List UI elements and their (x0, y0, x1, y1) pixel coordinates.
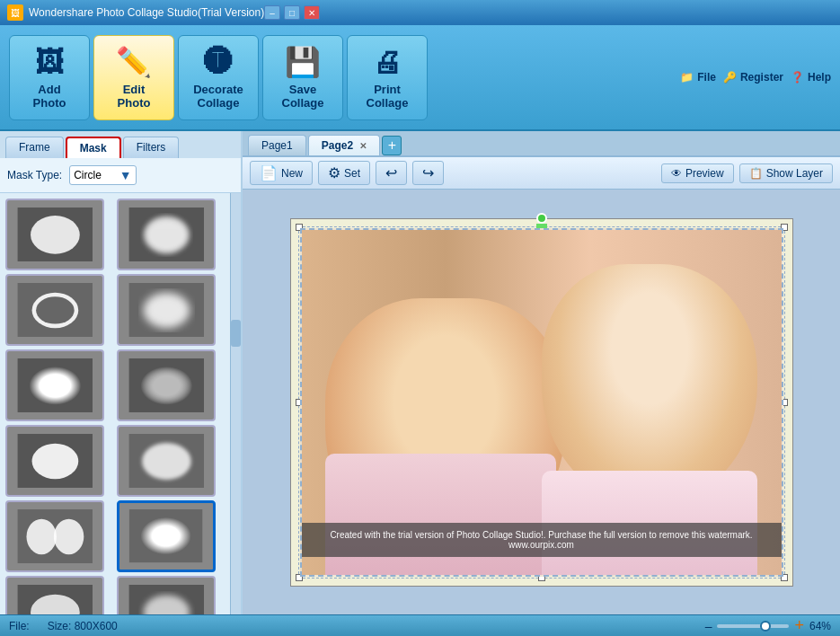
mask-item-4[interactable] (117, 274, 216, 346)
toolbar-right: 📁 File 🔑 Register ❓ Help (680, 71, 831, 84)
undo-button[interactable]: ↩ (376, 161, 407, 185)
preview-icon: 👁 (671, 167, 682, 180)
decorate-collage-button[interactable]: 🅣 DecorateCollage (178, 35, 259, 120)
mask-type-label: Mask Type: (7, 169, 62, 181)
page-tab-1[interactable]: Page1 (248, 135, 306, 155)
undo-icon: ↩ (385, 164, 397, 181)
save-collage-label: SaveCollage (282, 83, 324, 110)
zoom-control: – + 64% (705, 616, 831, 635)
right-panel: Page1 Page2 ✕ + 📄 New ⚙ Set ↩ ↪ (243, 131, 840, 614)
svg-point-17 (142, 442, 191, 479)
svg-point-13 (140, 367, 192, 405)
svg-point-9 (143, 292, 190, 328)
preview-button[interactable]: 👁 Preview (661, 163, 734, 183)
app-title: Wondershare Photo Collage Studio(Trial V… (29, 6, 264, 19)
mask-item-9[interactable] (5, 500, 104, 572)
svg-point-19 (26, 518, 56, 554)
edit-photo-label: EditPhoto (118, 83, 151, 110)
left-panel: Frame Mask Filters Mask Type: Circle ▼ (0, 131, 243, 614)
close-button[interactable]: ✕ (304, 5, 320, 20)
new-icon: 📄 (260, 164, 278, 181)
svg-point-20 (53, 518, 83, 554)
redo-icon: ↪ (422, 164, 434, 181)
tab-filters[interactable]: Filters (123, 137, 180, 158)
statusbar: File: Size: 800X600 – + 64% (0, 614, 840, 636)
redo-button[interactable]: ↪ (412, 161, 444, 185)
mask-item-11[interactable] (5, 576, 104, 614)
minimize-button[interactable]: – (264, 5, 280, 20)
svg-point-11 (29, 367, 81, 405)
file-link[interactable]: 📁 File (680, 71, 716, 84)
mask-item-1[interactable] (5, 199, 104, 270)
mask-item-8[interactable] (117, 425, 216, 497)
file-icon: 📁 (680, 71, 694, 84)
mask-item-10[interactable] (117, 500, 216, 572)
photo-container[interactable]: Created with the trial version of Photo … (300, 228, 783, 577)
svg-point-22 (141, 517, 191, 554)
tab-frame[interactable]: Frame (5, 137, 64, 158)
mask-grid-wrap (0, 193, 230, 614)
mask-item-7[interactable] (5, 425, 104, 497)
help-icon: ❓ (791, 71, 804, 84)
set-icon: ⚙ (328, 164, 340, 181)
file-status: File: (9, 620, 30, 632)
app-icon: 🖼 (7, 4, 23, 21)
add-photo-icon: 🖼 (35, 46, 64, 79)
watermark-text: Created with the trial version of Photo … (302, 523, 782, 557)
set-label: Set (344, 167, 360, 180)
vertical-scrollbar[interactable] (230, 193, 241, 614)
register-link[interactable]: 🔑 Register (723, 71, 783, 84)
add-page-button[interactable]: + (382, 136, 402, 155)
preview-label: Preview (685, 167, 724, 180)
save-collage-button[interactable]: 💾 SaveCollage (262, 35, 343, 120)
mask-item-3[interactable] (5, 274, 104, 346)
svg-point-15 (31, 443, 78, 479)
page-tab-close-icon[interactable]: ✕ (359, 141, 367, 151)
titlebar-controls: – □ ✕ (264, 5, 320, 20)
register-icon: 🔑 (723, 71, 737, 84)
set-tool-button[interactable]: ⚙ Set (318, 161, 370, 185)
mask-item-6[interactable] (117, 349, 216, 421)
canvas-toolbar: 📄 New ⚙ Set ↩ ↪ 👁 Preview 📋 Show Layer (243, 157, 840, 190)
page-tab-2[interactable]: Page2 ✕ (308, 135, 381, 155)
main-area: Frame Mask Filters Mask Type: Circle ▼ (0, 131, 840, 614)
left-inner (0, 193, 241, 614)
mask-type-value: Circle (74, 169, 102, 181)
print-collage-label: PrintCollage (367, 83, 409, 110)
canvas-area[interactable]: ✛ Created with the trial version o (243, 190, 840, 614)
add-photo-button[interactable]: 🖼 AddPhoto (9, 35, 90, 120)
svg-point-7 (36, 296, 75, 323)
decorate-collage-icon: 🅣 (204, 46, 233, 79)
page-tabs: Page1 Page2 ✕ + (243, 131, 840, 157)
mask-grid (0, 193, 230, 614)
edit-photo-icon: ✏️ (116, 45, 152, 79)
dropdown-arrow-icon: ▼ (119, 168, 132, 182)
tab-mask[interactable]: Mask (66, 137, 121, 158)
save-collage-icon: 💾 (285, 45, 321, 79)
mask-item-12[interactable] (117, 576, 216, 614)
new-tool-button[interactable]: 📄 New (250, 161, 313, 185)
add-photo-label: AddPhoto (33, 83, 66, 110)
print-collage-icon: 🖨 (373, 46, 402, 79)
rotate-handle[interactable] (536, 213, 547, 224)
canvas-inner: ✛ Created with the trial version o (290, 218, 793, 587)
mask-type-dropdown[interactable]: Circle ▼ (69, 165, 137, 185)
zoom-thumb[interactable] (760, 621, 771, 632)
titlebar: 🖼 Wondershare Photo Collage Studio(Trial… (0, 0, 840, 25)
zoom-minus-button[interactable]: – (705, 619, 712, 633)
show-layer-button[interactable]: 📋 Show Layer (739, 163, 833, 183)
size-status: Size: 800X600 (48, 620, 118, 632)
maximize-button[interactable]: □ (284, 5, 300, 20)
help-link[interactable]: ❓ Help (791, 71, 831, 84)
svg-point-4 (145, 216, 189, 252)
svg-point-1 (31, 216, 80, 254)
show-layer-icon: 📋 (749, 167, 763, 180)
zoom-plus-button[interactable]: + (794, 616, 804, 635)
mask-item-5[interactable] (5, 349, 104, 421)
print-collage-button[interactable]: 🖨 PrintCollage (347, 35, 428, 120)
new-label: New (281, 167, 303, 180)
edit-photo-button[interactable]: ✏️ EditPhoto (93, 35, 174, 120)
toolbar: 🖼 AddPhoto ✏️ EditPhoto 🅣 DecorateCollag… (0, 25, 840, 131)
mask-item-2[interactable] (117, 199, 216, 270)
zoom-slider[interactable] (717, 624, 789, 628)
